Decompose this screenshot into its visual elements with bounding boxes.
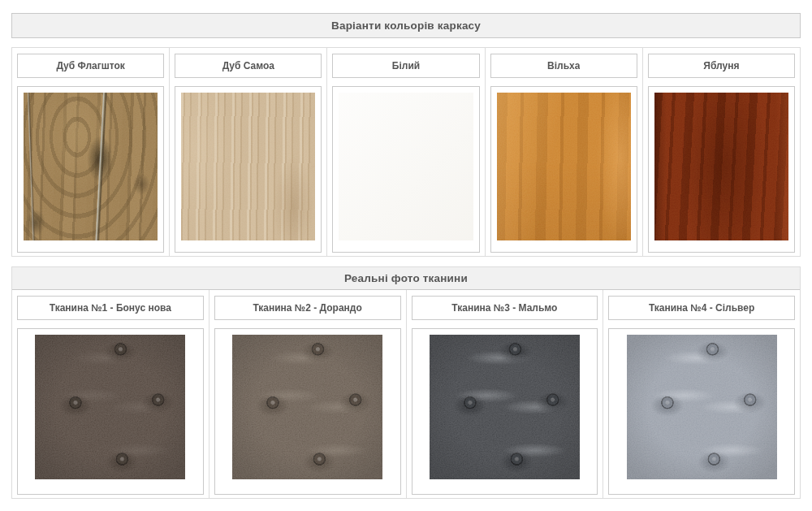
swatch-cell-bonus-nova: Тканина №1 - Бонус нова: [12, 290, 209, 498]
frame-colors-header: Варіанти кольорів каркасу: [11, 13, 801, 38]
wood-texture-image: [339, 93, 473, 240]
swatch-label-box: Яблуня: [648, 54, 795, 78]
swatch-image-box: [214, 328, 401, 495]
fabric-photos-grid: Тканина №1 - Бонус нова Тканина №2 - Дор…: [12, 290, 800, 498]
fabric-photos-panel: Реальні фото тканини Тканина №1 - Бонус …: [11, 266, 801, 499]
swatch-image-box: [490, 86, 637, 253]
swatch-cell-dub-flagshtok: Дуб Флагшток: [12, 48, 169, 256]
swatch-image-box: [17, 328, 204, 495]
swatch-image-box: [648, 86, 795, 253]
swatch-cell-yablunia: Яблуня: [642, 48, 800, 256]
swatch-label-box: Тканина №1 - Бонус нова: [17, 296, 204, 320]
swatch-image-box: [608, 328, 795, 495]
wood-texture-image: [497, 93, 631, 240]
frame-colors-grid: Дуб Флагшток Дуб Самоа: [12, 48, 800, 256]
noise-overlay: [497, 93, 631, 240]
swatch-label-box: Дуб Флагшток: [17, 54, 164, 78]
swatch-image-box: [17, 86, 164, 253]
swatch-image-box: [412, 328, 598, 495]
noise-overlay: [24, 93, 158, 240]
fabric-texture-image: [430, 335, 580, 479]
fabric-photos-header: Реальні фото тканини: [12, 267, 800, 290]
swatch-image-box: [332, 86, 479, 253]
fabric-texture-image: [232, 335, 382, 479]
swatch-label: Тканина №1 - Бонус нова: [50, 302, 171, 314]
swatch-cell-bilyi: Білий: [326, 48, 484, 256]
noise-overlay: [627, 335, 777, 479]
swatch-label-box: Тканина №2 - Дорандо: [214, 296, 401, 320]
swatch-label: Дуб Флагшток: [56, 60, 124, 71]
frame-colors-title: Варіанти кольорів каркасу: [331, 19, 481, 32]
fabric-photos-title: Реальні фото тканини: [344, 272, 468, 284]
swatch-label-box: Дуб Самоа: [175, 54, 322, 78]
fabric-texture-image: [35, 335, 185, 479]
frame-colors-panel: Дуб Флагшток Дуб Самоа: [11, 47, 801, 257]
swatch-label: Тканина №3 - Мальмо: [451, 302, 557, 314]
swatch-label: Тканина №4 - Сільвер: [649, 302, 754, 314]
swatch-label: Яблуня: [703, 60, 739, 71]
swatch-label: Білий: [392, 60, 420, 71]
swatch-label: Вільха: [547, 60, 580, 71]
swatch-label-box: Білий: [332, 54, 479, 78]
noise-overlay: [232, 335, 382, 479]
swatch-cell-malmo: Тканина №3 - Мальмо: [406, 290, 603, 498]
wood-texture-image: [24, 93, 158, 240]
swatch-image-box: [175, 86, 322, 253]
swatch-cell-dorando: Тканина №2 - Дорандо: [209, 290, 406, 498]
noise-overlay: [430, 335, 580, 479]
swatch-label: Тканина №2 - Дорандо: [253, 302, 361, 314]
wood-texture-image: [181, 93, 315, 240]
page: Варіанти кольорів каркасу Дуб Флагшток Д…: [0, 13, 812, 499]
swatch-cell-silver: Тканина №4 - Сільвер: [603, 290, 800, 498]
swatch-cell-vilkha: Вільха: [485, 48, 642, 256]
section-spacer: [0, 257, 812, 266]
swatch-label: Дуб Самоа: [222, 60, 274, 71]
noise-overlay: [181, 93, 315, 240]
wood-texture-image: [654, 93, 788, 240]
swatch-label-box: Тканина №3 - Мальмо: [412, 296, 598, 320]
noise-overlay: [654, 93, 788, 240]
swatch-label-box: Вільха: [490, 54, 637, 78]
noise-overlay: [35, 335, 185, 479]
swatch-label-box: Тканина №4 - Сільвер: [608, 296, 795, 320]
swatch-cell-dub-samoa: Дуб Самоа: [169, 48, 326, 256]
fabric-texture-image: [627, 335, 777, 479]
